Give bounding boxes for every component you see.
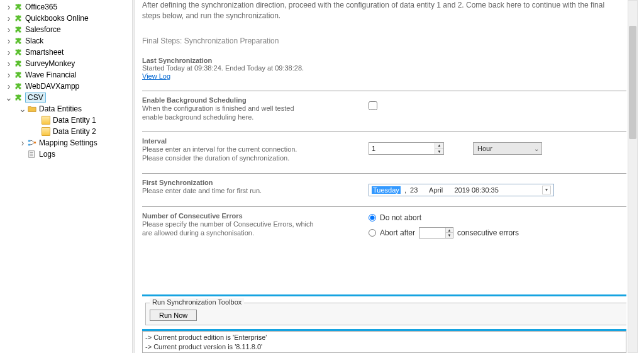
last-sync-text: Started Today at 09:38:24. Ended Today a… bbox=[142, 64, 626, 72]
errors-desc: Please specify the number of Consecutive… bbox=[142, 220, 369, 238]
chevron-right-icon bbox=[5, 48, 13, 56]
puzzle-icon bbox=[14, 59, 23, 68]
tree-label: Slack bbox=[25, 36, 43, 45]
chevron-down-icon: ⌄ bbox=[531, 145, 541, 152]
radio-input[interactable] bbox=[369, 214, 376, 221]
puzzle-icon bbox=[14, 25, 23, 34]
chevron-right-icon bbox=[19, 139, 26, 147]
divider-line bbox=[142, 206, 626, 207]
radio-input[interactable] bbox=[369, 229, 376, 237]
interval-input[interactable] bbox=[369, 143, 435, 154]
divider-line bbox=[142, 132, 626, 132]
radio-label: Do not abort bbox=[380, 213, 421, 222]
folder-icon bbox=[28, 104, 36, 113]
interval-spinner[interactable]: ▲ ▼ bbox=[369, 142, 444, 155]
tree-label: Data Entity 2 bbox=[53, 127, 96, 136]
sidebar-item-csv[interactable]: CSV bbox=[0, 92, 132, 103]
divider-line bbox=[142, 91, 626, 91]
svg-rect-0 bbox=[28, 140, 31, 142]
sidebar-item-slack[interactable]: Slack bbox=[0, 35, 132, 47]
radio-label-prefix: Abort after bbox=[380, 228, 415, 237]
intro-text: After defining the synchronization direc… bbox=[142, 0, 626, 21]
date-dayname: Tuesday bbox=[372, 186, 401, 194]
last-sync-title: Last Synchronization bbox=[142, 57, 626, 64]
log-line: -> Current product edition is 'Enterpris… bbox=[145, 333, 623, 342]
sidebar-item-entity1[interactable]: Data Entity 1 bbox=[0, 115, 132, 126]
sidebar-item-wave[interactable]: Wave Financial bbox=[0, 69, 132, 81]
sidebar-item-quickbooks[interactable]: Quickbooks Online bbox=[0, 13, 132, 24]
sidebar-item-data-entities[interactable]: Data Entities bbox=[0, 103, 132, 115]
logs-icon bbox=[28, 150, 36, 159]
firstsync-datetime-picker[interactable]: Tuesday , 23 April 2019 08:30:35 ▾ bbox=[369, 184, 554, 196]
radio-label-suffix: consecutive errors bbox=[457, 228, 519, 237]
chevron-right-icon bbox=[5, 37, 13, 45]
puzzle-icon bbox=[14, 82, 23, 91]
spinner-down-icon[interactable]: ▼ bbox=[435, 149, 443, 155]
bg-scheduling-desc: When the configuration is finished and w… bbox=[142, 104, 369, 122]
sidebar: Office365 Quickbooks Online Salesforce S… bbox=[0, 0, 132, 353]
date-rest: 2019 08:30:35 bbox=[454, 186, 498, 194]
bg-scheduling-checkbox[interactable] bbox=[369, 101, 377, 110]
tree-label: Salesforce bbox=[25, 25, 61, 34]
log-line: -> Current product version is '8.11.8.0' bbox=[145, 342, 623, 351]
chevron-right-icon bbox=[5, 71, 13, 79]
spinner-up-icon[interactable]: ▲ bbox=[435, 143, 443, 149]
radio-do-not-abort[interactable]: Do not abort bbox=[369, 213, 421, 222]
sidebar-item-entity2[interactable]: Data Entity 2 bbox=[0, 126, 132, 137]
radio-abort-after[interactable]: Abort after ▲ ▼ consecutive errors bbox=[369, 227, 519, 238]
spinner-up-icon[interactable]: ▲ bbox=[446, 228, 453, 233]
chevron-right-icon bbox=[5, 26, 13, 33]
interval-unit-combo[interactable]: Hour ⌄ bbox=[473, 142, 542, 155]
tree-label: WebDAVXampp bbox=[25, 82, 79, 91]
date-month: April bbox=[429, 186, 443, 194]
mapping-icon bbox=[28, 138, 36, 147]
tree-label: Wave Financial bbox=[25, 70, 77, 79]
puzzle-icon bbox=[14, 93, 23, 102]
sidebar-item-mapping[interactable]: Mapping Settings bbox=[0, 137, 132, 148]
date-daynum: 23 bbox=[410, 186, 418, 194]
sidebar-item-surveymonkey[interactable]: SurveyMonkey bbox=[0, 58, 132, 69]
run-now-button[interactable]: Run Now bbox=[150, 310, 197, 321]
tree-label: Mapping Settings bbox=[39, 138, 97, 147]
steps-heading: Final Steps: Synchronization Preparation bbox=[142, 36, 626, 45]
chevron-right-icon bbox=[5, 3, 13, 11]
main-panel: After defining the synchronization direc… bbox=[135, 0, 644, 353]
puzzle-icon bbox=[14, 48, 23, 57]
tree-label: Logs bbox=[39, 150, 55, 159]
errors-title: Number of Consecutive Errors bbox=[142, 212, 369, 220]
abort-count-input[interactable] bbox=[419, 228, 445, 238]
sidebar-item-salesforce[interactable]: Salesforce bbox=[0, 24, 132, 35]
tree-label: Smartsheet bbox=[25, 48, 64, 57]
svg-rect-1 bbox=[28, 144, 31, 146]
bg-scheduling-title: Enable Background Scheduling bbox=[142, 96, 369, 104]
vertical-scrollbar[interactable] bbox=[628, 0, 638, 353]
abort-count-spinner[interactable]: ▲ ▼ bbox=[419, 227, 453, 238]
sidebar-item-office365[interactable]: Office365 bbox=[0, 1, 132, 13]
sidebar-item-logs[interactable]: Logs bbox=[0, 148, 132, 160]
sidebar-item-webdav[interactable]: WebDAVXampp bbox=[0, 81, 132, 92]
tree-label: Quickbooks Online bbox=[25, 14, 89, 23]
puzzle-icon bbox=[14, 70, 23, 79]
tree-label: Data Entity 1 bbox=[53, 116, 96, 125]
divider-line bbox=[142, 173, 626, 174]
combo-value: Hour bbox=[474, 145, 531, 152]
tree-label: SurveyMonkey bbox=[25, 59, 75, 68]
highlight-box: Run Synchronization Toolbox Run Now bbox=[142, 294, 626, 331]
sidebar-item-smartsheet[interactable]: Smartsheet bbox=[0, 47, 132, 58]
chevron-right-icon bbox=[5, 60, 13, 67]
interval-desc: Please enter an interval for the current… bbox=[142, 145, 369, 163]
toolbox-title: Run Synchronization Toolbox bbox=[150, 298, 244, 306]
puzzle-icon bbox=[14, 3, 23, 11]
run-sync-toolbox: Run Synchronization Toolbox Run Now bbox=[145, 303, 626, 325]
calendar-dropdown-icon[interactable]: ▾ bbox=[542, 186, 551, 194]
view-log-link[interactable]: View Log bbox=[142, 72, 170, 80]
tree-label: CSV bbox=[25, 92, 46, 103]
puzzle-icon bbox=[14, 36, 23, 45]
tree-label: Office365 bbox=[25, 3, 57, 11]
firstsync-desc: Please enter date and time for first run… bbox=[142, 186, 369, 195]
spinner-down-icon[interactable]: ▼ bbox=[446, 233, 453, 238]
firstsync-title: First Synchronization bbox=[142, 179, 369, 186]
scroll-thumb[interactable] bbox=[629, 26, 636, 139]
svg-rect-2 bbox=[34, 142, 36, 143]
chevron-right-icon bbox=[5, 14, 13, 22]
